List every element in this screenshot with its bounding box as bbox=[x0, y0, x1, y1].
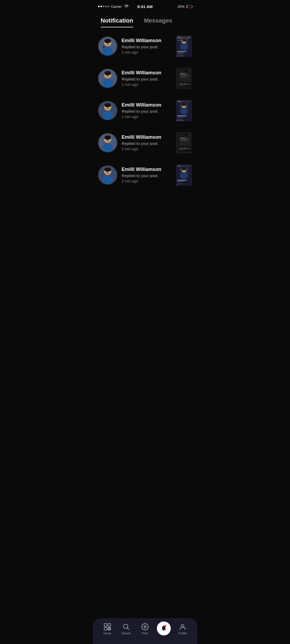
battery-icon bbox=[186, 5, 192, 8]
svg-rect-78 bbox=[180, 140, 188, 140]
svg-point-95 bbox=[179, 166, 180, 167]
svg-point-81 bbox=[180, 148, 181, 149]
signal-dots bbox=[98, 6, 109, 7]
thumb-image bbox=[177, 134, 192, 152]
battery-percent: 20% bbox=[177, 5, 184, 9]
signal-dot-2 bbox=[100, 6, 102, 7]
signal-dot-5 bbox=[108, 6, 109, 7]
tab-notification[interactable]: Notification bbox=[101, 17, 133, 27]
svg-rect-100 bbox=[177, 180, 187, 181]
svg-point-69 bbox=[104, 136, 111, 140]
svg-rect-39 bbox=[180, 77, 186, 78]
svg-point-55 bbox=[179, 101, 180, 102]
svg-rect-22 bbox=[177, 55, 183, 55]
notification-username: Emilli Williamson bbox=[122, 134, 172, 140]
svg-rect-62 bbox=[177, 117, 184, 117]
notification-thumbnail bbox=[176, 132, 192, 153]
avatar bbox=[98, 69, 117, 88]
svg-point-82 bbox=[182, 148, 183, 149]
svg-point-26 bbox=[103, 79, 113, 87]
notification-content: Emilli Williamson Replied to your post. … bbox=[122, 102, 172, 119]
avatar-placeholder bbox=[99, 37, 117, 55]
svg-point-83 bbox=[184, 148, 185, 149]
person-avatar-svg bbox=[99, 134, 117, 152]
avatar bbox=[98, 165, 117, 185]
thumb-image bbox=[176, 100, 192, 121]
svg-point-32 bbox=[189, 70, 190, 71]
svg-point-64 bbox=[177, 120, 178, 121]
avatar-placeholder bbox=[99, 101, 117, 120]
svg-point-7 bbox=[104, 39, 111, 43]
svg-point-84 bbox=[186, 148, 187, 149]
status-left: Carrier bbox=[98, 5, 129, 9]
svg-point-88 bbox=[103, 175, 113, 184]
svg-point-67 bbox=[103, 143, 113, 152]
status-time: 9:41 AM bbox=[137, 4, 153, 9]
svg-point-99 bbox=[180, 172, 188, 179]
notification-item[interactable]: Emilli Williamson Replied to your post. … bbox=[93, 30, 197, 62]
svg-point-33 bbox=[190, 70, 191, 71]
svg-rect-31 bbox=[179, 70, 183, 71]
notification-action: Replied to your post. bbox=[122, 141, 172, 146]
avatar-placeholder bbox=[99, 69, 117, 87]
wifi-icon bbox=[124, 5, 129, 8]
svg-point-43 bbox=[184, 83, 185, 85]
notification-item[interactable]: Emilli Williamson Replied to your post. … bbox=[93, 62, 197, 94]
svg-point-60 bbox=[180, 108, 188, 114]
svg-point-5 bbox=[103, 46, 113, 55]
svg-rect-77 bbox=[180, 139, 189, 140]
svg-rect-85 bbox=[189, 148, 190, 149]
svg-point-29 bbox=[106, 75, 109, 78]
svg-point-54 bbox=[177, 101, 179, 102]
notification-item[interactable]: Emilli Williamson Replied to your post. … bbox=[93, 127, 197, 159]
svg-point-73 bbox=[189, 135, 190, 136]
person-avatar-svg bbox=[99, 37, 117, 55]
notification-username: Emilli Williamson bbox=[122, 102, 172, 108]
notification-action: Replied to your post. bbox=[122, 77, 172, 81]
thumb-image bbox=[177, 69, 192, 87]
signal-dot-3 bbox=[103, 6, 104, 7]
notification-item[interactable]: Emilli Williamson Replied to your post. … bbox=[93, 94, 197, 127]
carrier-label: Carrier bbox=[111, 5, 122, 9]
notification-content: Emilli Williamson Replied to your post. … bbox=[122, 70, 172, 87]
svg-point-98 bbox=[182, 167, 186, 171]
svg-rect-38 bbox=[180, 76, 189, 77]
svg-point-59 bbox=[182, 103, 186, 106]
notification-time: 2 min ago bbox=[122, 115, 172, 119]
notification-content: Emilli Williamson Replied to your post. … bbox=[122, 167, 172, 183]
avatar bbox=[98, 36, 117, 56]
svg-rect-102 bbox=[177, 184, 183, 184]
svg-rect-61 bbox=[177, 115, 187, 116]
svg-point-94 bbox=[177, 166, 179, 167]
signal-dot-4 bbox=[105, 6, 107, 7]
status-bar: Carrier 9:41 AM 20% bbox=[93, 0, 197, 12]
notification-time: 2 min ago bbox=[122, 147, 172, 151]
svg-rect-24 bbox=[179, 56, 184, 56]
notification-username: Emilli Williamson bbox=[122, 38, 172, 43]
svg-point-28 bbox=[104, 71, 111, 76]
notification-item[interactable]: Emilli Williamson Replied to your post. … bbox=[93, 159, 197, 191]
svg-rect-36 bbox=[180, 75, 189, 75]
svg-rect-101 bbox=[177, 181, 184, 182]
svg-rect-35 bbox=[180, 73, 186, 74]
svg-rect-76 bbox=[180, 138, 186, 138]
avatar bbox=[98, 101, 117, 120]
svg-rect-20 bbox=[177, 52, 184, 53]
thumb-text: Life is about all claims new things bbox=[177, 38, 191, 41]
svg-point-18 bbox=[180, 43, 188, 50]
person-avatar-svg bbox=[99, 166, 117, 184]
notification-time: 2 min ago bbox=[122, 82, 172, 87]
svg-point-8 bbox=[106, 43, 109, 45]
avatar bbox=[98, 133, 117, 152]
svg-rect-45 bbox=[189, 84, 190, 85]
tab-messages[interactable]: Messages bbox=[144, 17, 172, 27]
svg-point-91 bbox=[106, 172, 109, 174]
svg-rect-19 bbox=[177, 51, 187, 52]
header-tabs: Notification Messages bbox=[93, 12, 197, 27]
avatar-placeholder bbox=[99, 134, 117, 152]
avatar-placeholder bbox=[99, 166, 117, 184]
svg-rect-79 bbox=[180, 141, 189, 141]
notification-thumbnail: Life is about all claims new things bbox=[176, 35, 192, 57]
svg-point-42 bbox=[182, 83, 183, 85]
svg-rect-37 bbox=[180, 75, 188, 76]
